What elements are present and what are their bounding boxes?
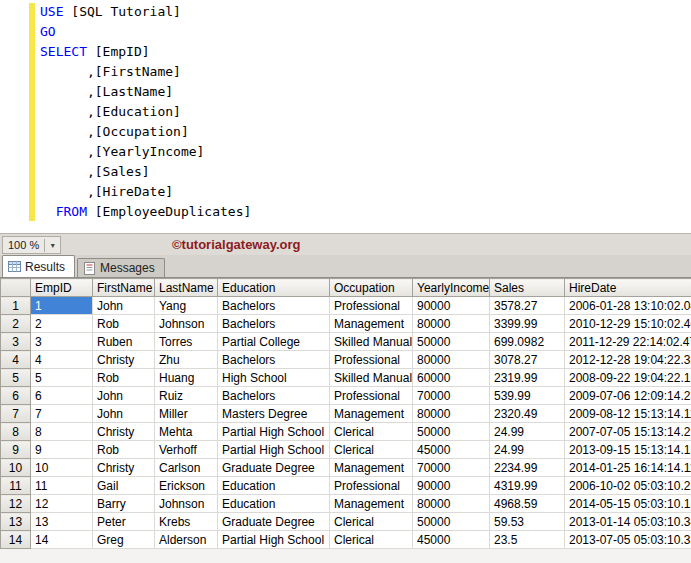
cell[interactable]: 2009-08-12 15:13:14.113 bbox=[565, 405, 691, 423]
tab-results[interactable]: Results bbox=[2, 255, 75, 277]
cell[interactable]: Management bbox=[330, 405, 413, 423]
cell[interactable]: Bachelors bbox=[218, 351, 330, 369]
cell[interactable]: 3399.99 bbox=[490, 315, 565, 333]
cell[interactable]: 539.99 bbox=[490, 387, 565, 405]
cell[interactable]: Peter bbox=[93, 513, 155, 531]
cell[interactable]: Professional bbox=[330, 387, 413, 405]
cell[interactable]: 2014-05-15 05:03:10.157 bbox=[565, 495, 691, 513]
column-header-yearlyincome[interactable]: YearlyIncome bbox=[413, 279, 490, 297]
code-line-10[interactable]: ,[HireDate] bbox=[40, 182, 251, 202]
cell[interactable]: Clerical bbox=[330, 513, 413, 531]
cell[interactable]: 80000 bbox=[413, 405, 490, 423]
cell[interactable]: 8 bbox=[31, 423, 93, 441]
cell[interactable]: Ruiz bbox=[155, 387, 218, 405]
grid-corner-cell[interactable] bbox=[1, 279, 31, 297]
cell[interactable]: 2012-12-28 19:04:22.380 bbox=[565, 351, 691, 369]
column-header-occupation[interactable]: Occupation bbox=[330, 279, 413, 297]
cell[interactable]: Johnson bbox=[155, 495, 218, 513]
row-header[interactable]: 7 bbox=[1, 405, 31, 423]
cell[interactable]: Carlson bbox=[155, 459, 218, 477]
row-header[interactable]: 12 bbox=[1, 495, 31, 513]
cell[interactable]: Huang bbox=[155, 369, 218, 387]
cell[interactable]: Bachelors bbox=[218, 315, 330, 333]
cell[interactable]: 24.99 bbox=[490, 423, 565, 441]
row-header[interactable]: 6 bbox=[1, 387, 31, 405]
cell[interactable]: Zhu bbox=[155, 351, 218, 369]
cell[interactable]: 699.0982 bbox=[490, 333, 565, 351]
cell[interactable]: John bbox=[93, 405, 155, 423]
cell[interactable]: 90000 bbox=[413, 297, 490, 315]
cell[interactable]: 2006-10-02 05:03:10.223 bbox=[565, 477, 691, 495]
cell[interactable]: 60000 bbox=[413, 369, 490, 387]
sql-editor[interactable]: USE [SQL Tutorial]GOSELECT [EmpID] ,[Fir… bbox=[0, 0, 691, 233]
cell[interactable]: 4 bbox=[31, 351, 93, 369]
cell[interactable]: Erickson bbox=[155, 477, 218, 495]
cell[interactable]: 2011-12-29 22:14:02.470 bbox=[565, 333, 691, 351]
code-line-1[interactable]: USE [SQL Tutorial] bbox=[40, 2, 251, 22]
column-header-sales[interactable]: Sales bbox=[490, 279, 565, 297]
cell[interactable]: 2010-12-29 15:10:02.407 bbox=[565, 315, 691, 333]
cell[interactable]: John bbox=[93, 387, 155, 405]
cell[interactable]: 45000 bbox=[413, 441, 490, 459]
cell[interactable]: Education bbox=[218, 477, 330, 495]
cell[interactable]: Rob bbox=[93, 369, 155, 387]
cell[interactable]: 50000 bbox=[413, 423, 490, 441]
cell[interactable]: 23.5 bbox=[490, 531, 565, 549]
row-header[interactable]: 2 bbox=[1, 315, 31, 333]
tab-messages[interactable]: Messages bbox=[77, 258, 165, 277]
row-header[interactable]: 13 bbox=[1, 513, 31, 531]
cell[interactable]: Christy bbox=[93, 423, 155, 441]
cell[interactable]: Graduate Degree bbox=[218, 513, 330, 531]
chevron-down-icon[interactable]: ▼ bbox=[44, 239, 58, 252]
cell[interactable]: Professional bbox=[330, 351, 413, 369]
cell[interactable]: 2319.99 bbox=[490, 369, 565, 387]
cell[interactable]: 90000 bbox=[413, 477, 490, 495]
cell[interactable]: Skilled Manual bbox=[330, 369, 413, 387]
cell[interactable]: 2007-07-05 15:13:14.290 bbox=[565, 423, 691, 441]
cell[interactable]: Clerical bbox=[330, 423, 413, 441]
cell[interactable]: 2008-09-22 19:04:22.123 bbox=[565, 369, 691, 387]
code-line-4[interactable]: ,[FirstName] bbox=[40, 62, 251, 82]
column-header-education[interactable]: Education bbox=[218, 279, 330, 297]
cell[interactable]: 2009-07-06 12:09:14.237 bbox=[565, 387, 691, 405]
code-line-8[interactable]: ,[YearlyIncome] bbox=[40, 142, 251, 162]
zoom-level-select[interactable]: 100 % ▼ bbox=[2, 236, 61, 254]
row-header[interactable]: 1 bbox=[1, 297, 31, 315]
cell[interactable]: Verhoff bbox=[155, 441, 218, 459]
cell[interactable]: Barry bbox=[93, 495, 155, 513]
cell[interactable]: Bachelors bbox=[218, 297, 330, 315]
row-header[interactable]: 3 bbox=[1, 333, 31, 351]
code-line-6[interactable]: ,[Education] bbox=[40, 102, 251, 122]
code-line-5[interactable]: ,[LastName] bbox=[40, 82, 251, 102]
row-header[interactable]: 14 bbox=[1, 531, 31, 549]
cell[interactable]: 4319.99 bbox=[490, 477, 565, 495]
cell[interactable]: Clerical bbox=[330, 531, 413, 549]
cell[interactable]: 70000 bbox=[413, 459, 490, 477]
code-line-2[interactable]: GO bbox=[40, 22, 251, 42]
cell[interactable]: Miller bbox=[155, 405, 218, 423]
cell[interactable]: Greg bbox=[93, 531, 155, 549]
column-header-lastname[interactable]: LastName bbox=[155, 279, 218, 297]
cell[interactable]: 50000 bbox=[413, 513, 490, 531]
cell[interactable]: Clerical bbox=[330, 441, 413, 459]
cell[interactable]: 3578.27 bbox=[490, 297, 565, 315]
cell[interactable]: 4968.59 bbox=[490, 495, 565, 513]
cell[interactable]: 70000 bbox=[413, 387, 490, 405]
code-line-11[interactable]: FROM [EmployeeDuplicates] bbox=[40, 202, 251, 222]
cell[interactable]: 5 bbox=[31, 369, 93, 387]
cell[interactable]: 2013-09-15 15:13:14.137 bbox=[565, 441, 691, 459]
row-header[interactable]: 11 bbox=[1, 477, 31, 495]
sql-code[interactable]: USE [SQL Tutorial]GOSELECT [EmpID] ,[Fir… bbox=[40, 2, 251, 222]
code-line-3[interactable]: SELECT [EmpID] bbox=[40, 42, 251, 62]
cell[interactable]: Partial High School bbox=[218, 531, 330, 549]
column-header-hiredate[interactable]: HireDate bbox=[565, 279, 691, 297]
cell[interactable]: Management bbox=[330, 459, 413, 477]
cell[interactable]: Professional bbox=[330, 297, 413, 315]
cell[interactable]: 12 bbox=[31, 495, 93, 513]
code-line-9[interactable]: ,[Sales] bbox=[40, 162, 251, 182]
cell[interactable]: 10 bbox=[31, 459, 93, 477]
cell[interactable]: Gail bbox=[93, 477, 155, 495]
cell[interactable]: Partial High School bbox=[218, 423, 330, 441]
row-header[interactable]: 10 bbox=[1, 459, 31, 477]
cell[interactable]: 2013-07-05 05:03:10.333 bbox=[565, 531, 691, 549]
